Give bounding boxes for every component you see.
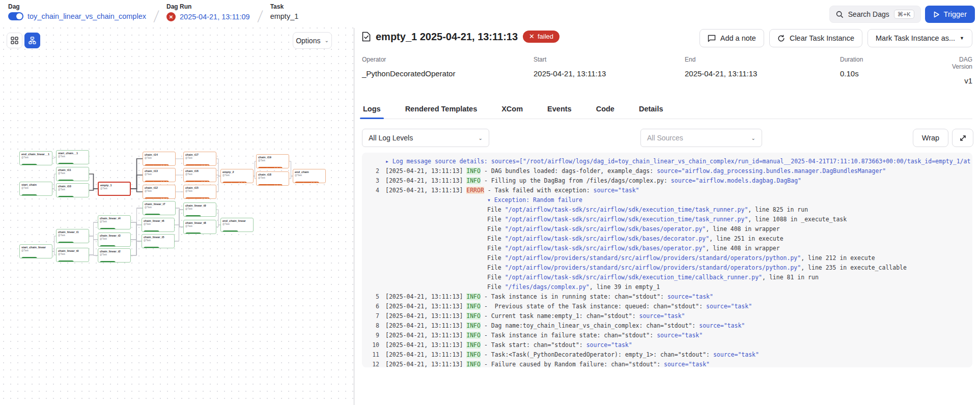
node-title: empty_1 — [100, 184, 128, 187]
graph-node-chain_t15[interactable]: chain_t15@Task↻ upstream_failed — [183, 185, 216, 199]
log-line-text: [2025-04-21, 13:11:13] INFO - Task:<Task… — [379, 350, 759, 360]
search-dags-button[interactable]: Search Dags ⌘+K — [829, 6, 921, 23]
graph-node-chain_t16[interactable]: chain_t16@Task↻ upstream_failed — [183, 168, 216, 182]
log-source-select[interactable]: All Sources ⌄ — [640, 129, 762, 147]
node-status-label: success — [63, 261, 72, 263]
graph-node-chain_linear_t6[interactable]: chain_linear_t6@Task✓ success — [142, 218, 175, 232]
log-line-number: 3 — [367, 176, 379, 186]
add-note-button[interactable]: Add a note — [699, 29, 764, 47]
graph-node-chain_linear_t7[interactable]: chain_linear_t7@Task✓ success — [143, 201, 176, 215]
fullscreen-button[interactable] — [952, 129, 973, 147]
node-status-label: success — [227, 231, 236, 233]
graph-node-chain_linear_t1[interactable]: chain_linear_t1@Task✓ success — [56, 229, 89, 243]
graph-node-empty_1[interactable]: empty_1@Task✕ failed — [98, 182, 131, 196]
graph-node-start_chain[interactable]: start_chain@Task✓ success — [19, 182, 52, 196]
node-status-label: upstream_failed — [190, 165, 208, 166]
node-status-label: upstream_failed — [299, 182, 317, 184]
chevron-down-icon: ⌄ — [324, 38, 328, 43]
dag-run-link[interactable]: 2025-04-21, 13:11:09 — [180, 13, 250, 21]
node-status-icon: ↻ — [260, 185, 262, 186]
node-status-label: success — [26, 257, 35, 259]
graph-node-chain_t19[interactable]: chain_t19@Task↻ upstream_failed — [256, 154, 289, 168]
graph-node-end_chain_linear[interactable]: end_chain_linear@Task✓ success — [220, 218, 254, 232]
node-subtitle: @Task — [100, 238, 129, 241]
graph-node-start_chain_linear[interactable]: start_chain_linear@Task✓ success — [19, 244, 52, 258]
graph-edge — [89, 174, 98, 189]
node-status-badge: ✓ success — [185, 215, 201, 217]
tab-details[interactable]: Details — [638, 102, 664, 119]
graph-node-empty_2[interactable]: empty_2@Task↻ upstream_failed — [220, 169, 254, 183]
node-status-icon: ↻ — [147, 198, 149, 199]
graph-node-chain_t10[interactable]: chain_t10@Task✓ success — [56, 183, 89, 197]
log-line: File "/opt/airflow/task-sdk/src/airflow/… — [367, 205, 972, 215]
graph-edge — [52, 189, 56, 190]
task-instance-title: empty_1 2025-04-21, 13:11:13 — [376, 31, 518, 43]
node-status-badge: ↻ upstream_failed — [145, 181, 169, 183]
node-status-icon: ✓ — [102, 262, 104, 263]
node-subtitle: @Task — [21, 156, 50, 159]
node-status-label: upstream_failed — [263, 185, 281, 186]
log-line-number: 7 — [367, 311, 379, 321]
graph-node-chain_linear_t4[interactable]: chain_linear_t4@Task✓ success — [98, 215, 131, 229]
log-line-text: ▾ Exception: Random failure — [379, 195, 582, 205]
node-status-icon: ↻ — [147, 181, 149, 183]
log-line-number: 12 — [367, 360, 379, 367]
tab-rendered-templates[interactable]: Rendered Templates — [404, 102, 479, 119]
log-viewer[interactable]: ▸ Log message source details: sources=["… — [362, 153, 972, 367]
dag-pause-toggle[interactable] — [8, 12, 23, 20]
node-title: start_chain_linear — [21, 246, 50, 249]
trigger-button[interactable]: Trigger — [925, 6, 975, 23]
graph-node-chain_linear_t2[interactable]: chain_linear_t2@Task✓ success — [98, 248, 131, 263]
node-status-badge: ↻ upstream_failed — [295, 182, 319, 184]
log-line-text: [2025-04-21, 13:11:13] INFO - Failure ca… — [379, 360, 710, 367]
wrap-button[interactable]: Wrap — [913, 129, 948, 147]
node-status-icon: ✓ — [60, 261, 62, 263]
graph-node-chain_t18[interactable]: chain_t18@Task↻ upstream_failed — [256, 171, 289, 186]
clear-task-instance-button[interactable]: Clear Task Instance — [769, 29, 862, 47]
node-subtitle: @Task — [258, 159, 287, 162]
dag-link[interactable]: toy_chain_linear_vs_chain_complex — [27, 12, 146, 20]
node-title: chain_t13 — [145, 169, 174, 173]
chevron-down-icon: ⌄ — [479, 135, 483, 141]
node-status-badge: ↻ upstream_failed — [222, 182, 247, 184]
graph-view-button[interactable] — [24, 33, 40, 48]
graph-node-chain_linear_t5[interactable]: chain_linear_t5@Task✓ success — [142, 234, 175, 248]
node-status-icon: ✓ — [60, 180, 62, 182]
graph-node-start_chain__1[interactable]: start_chain__1@Task✓ success — [56, 150, 89, 164]
graph-edge — [89, 240, 98, 255]
mark-task-instance-as-button[interactable]: Mark Task Instance as... ▼ — [867, 29, 972, 47]
graph-node-chain_t14[interactable]: chain_t14@Task↻ upstream_failed — [143, 152, 176, 166]
log-line-number: 5 — [367, 292, 379, 302]
node-status-icon: ✓ — [146, 247, 148, 249]
graph-node-chain_t11[interactable]: chain_t11@Task✓ success — [56, 167, 89, 181]
node-status-label: success — [190, 233, 199, 235]
graph-options-button[interactable]: Options ⌄ — [293, 32, 332, 49]
node-subtitle: @Task — [58, 172, 87, 175]
graph-node-chain_t13[interactable]: chain_t13@Task↻ upstream_failed — [143, 168, 176, 182]
graph-node-chain_t12[interactable]: chain_t12@Task↻ upstream_failed — [143, 185, 176, 199]
node-status-badge: ✓ success — [100, 245, 116, 247]
dag-run-label: Dag Run — [166, 3, 250, 10]
graph-node-chain_linear_t0[interactable]: chain_linear_t0@Task✓ success — [56, 248, 89, 262]
graph-node-end_chain[interactable]: end_chain@Task↻ upstream_failed — [293, 169, 326, 183]
node-status-icon: ↻ — [260, 167, 262, 169]
graph-node-chain_linear_t8[interactable]: chain_linear_t8@Task✓ success — [183, 220, 216, 234]
graph-node-chain_linear_t3[interactable]: chain_linear_t3@Task✓ success — [98, 233, 131, 247]
graph-node-end_chain_linear__1[interactable]: end_chain_linear__1@Task✓ success — [19, 151, 52, 165]
breadcrumb-separator: ╱ — [258, 10, 263, 22]
meta-value: _PythonDecoratedOperator — [362, 69, 534, 78]
tab-logs[interactable]: Logs — [362, 102, 382, 119]
node-status-label: success — [63, 242, 72, 244]
graph-node-chain_t17[interactable]: chain_t17@Task↻ upstream_failed — [183, 152, 216, 166]
tab-code[interactable]: Code — [595, 102, 615, 119]
log-line: 9[2025-04-21, 13:11:13] INFO - Task inst… — [367, 331, 972, 340]
node-subtitle: @Task — [58, 155, 87, 158]
grid-view-button[interactable] — [7, 33, 22, 48]
log-level-select[interactable]: All Log Levels ⌄ — [362, 129, 489, 147]
graph-edge — [216, 225, 220, 227]
tab-events[interactable]: Events — [546, 102, 573, 119]
node-subtitle: @Task — [145, 206, 174, 209]
tab-xcom[interactable]: XCom — [500, 102, 524, 119]
graph-node-chain_linear_t9[interactable]: chain_linear_t9@Task✓ success — [183, 202, 216, 217]
graph-icon — [29, 37, 36, 44]
